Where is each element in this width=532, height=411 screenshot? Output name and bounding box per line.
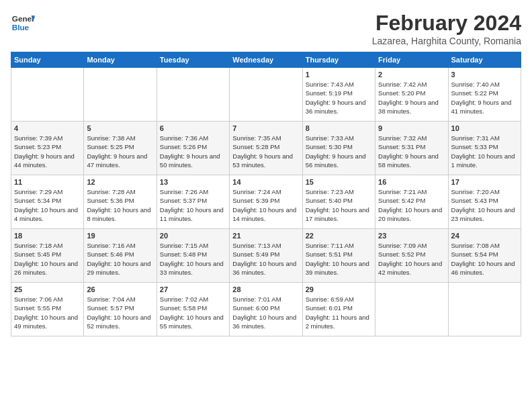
day-detail: Sunrise: 7:11 AM Sunset: 5:51 PM Dayligh… (306, 241, 372, 277)
calendar-day-cell: 17Sunrise: 7:20 AM Sunset: 5:43 PM Dayli… (448, 175, 521, 229)
calendar-header: SundayMondayTuesdayWednesdayThursdayFrid… (11, 52, 521, 68)
day-number: 11 (14, 178, 81, 186)
weekday-header-saturday: Saturday (448, 52, 521, 68)
calendar-day-cell: 6Sunrise: 7:36 AM Sunset: 5:26 PM Daylig… (157, 122, 229, 175)
day-number: 5 (87, 124, 153, 132)
day-number: 27 (160, 285, 226, 293)
day-detail: Sunrise: 7:28 AM Sunset: 5:36 PM Dayligh… (87, 187, 153, 223)
title-section: February 2024 Lazarea, Harghita County, … (372, 11, 521, 46)
day-detail: Sunrise: 7:15 AM Sunset: 5:48 PM Dayligh… (160, 241, 226, 277)
day-detail: Sunrise: 7:21 AM Sunset: 5:42 PM Dayligh… (378, 187, 445, 223)
weekday-header-thursday: Thursday (302, 52, 375, 68)
calendar-day-cell: 7Sunrise: 7:35 AM Sunset: 5:28 PM Daylig… (230, 122, 302, 175)
day-detail: Sunrise: 7:33 AM Sunset: 5:30 PM Dayligh… (306, 134, 372, 169)
day-detail: Sunrise: 7:42 AM Sunset: 5:20 PM Dayligh… (378, 80, 445, 116)
day-detail: Sunrise: 7:39 AM Sunset: 5:23 PM Dayligh… (14, 134, 81, 169)
day-detail: Sunrise: 7:06 AM Sunset: 5:55 PM Dayligh… (14, 295, 81, 330)
calendar-day-cell: 24Sunrise: 7:08 AM Sunset: 5:54 PM Dayli… (448, 229, 521, 283)
day-number: 2 (378, 71, 445, 79)
day-number: 25 (14, 285, 81, 293)
day-detail: Sunrise: 7:36 AM Sunset: 5:26 PM Dayligh… (160, 134, 226, 169)
calendar-day-cell: 8Sunrise: 7:33 AM Sunset: 5:30 PM Daylig… (302, 122, 375, 175)
day-number: 9 (378, 124, 445, 132)
day-number: 3 (451, 71, 518, 79)
day-number: 20 (160, 232, 226, 240)
calendar-day-cell: 12Sunrise: 7:28 AM Sunset: 5:36 PM Dayli… (84, 175, 157, 229)
day-detail: Sunrise: 7:29 AM Sunset: 5:34 PM Dayligh… (14, 187, 81, 223)
calendar-day-cell: 4Sunrise: 7:39 AM Sunset: 5:23 PM Daylig… (11, 122, 84, 175)
day-number: 13 (160, 178, 226, 186)
day-number: 16 (378, 178, 445, 186)
day-detail: Sunrise: 7:18 AM Sunset: 5:45 PM Dayligh… (14, 241, 81, 277)
calendar-day-cell: 27Sunrise: 7:02 AM Sunset: 5:58 PM Dayli… (157, 283, 229, 336)
calendar-day-cell (230, 68, 302, 122)
calendar-day-cell: 2Sunrise: 7:42 AM Sunset: 5:20 PM Daylig… (375, 68, 448, 122)
calendar-day-cell: 18Sunrise: 7:18 AM Sunset: 5:45 PM Dayli… (11, 229, 84, 283)
calendar-day-cell: 29Sunrise: 6:59 AM Sunset: 6:01 PM Dayli… (302, 283, 375, 336)
weekday-header-wednesday: Wednesday (230, 52, 302, 68)
calendar-day-cell: 26Sunrise: 7:04 AM Sunset: 5:57 PM Dayli… (84, 283, 157, 336)
day-detail: Sunrise: 6:59 AM Sunset: 6:01 PM Dayligh… (306, 295, 372, 330)
calendar-day-cell: 3Sunrise: 7:40 AM Sunset: 5:22 PM Daylig… (448, 68, 521, 122)
calendar-day-cell: 5Sunrise: 7:38 AM Sunset: 5:25 PM Daylig… (84, 122, 157, 175)
day-number: 4 (14, 124, 81, 132)
weekday-header-row: SundayMondayTuesdayWednesdayThursdayFrid… (11, 52, 521, 68)
day-detail: Sunrise: 7:04 AM Sunset: 5:57 PM Dayligh… (87, 295, 153, 330)
day-number: 8 (306, 124, 372, 132)
calendar-day-cell: 14Sunrise: 7:24 AM Sunset: 5:39 PM Dayli… (230, 175, 302, 229)
svg-text:General: General (12, 14, 35, 23)
day-number: 10 (451, 124, 518, 132)
calendar-day-cell: 11Sunrise: 7:29 AM Sunset: 5:34 PM Dayli… (11, 175, 84, 229)
day-detail: Sunrise: 7:01 AM Sunset: 6:00 PM Dayligh… (232, 295, 299, 330)
calendar-table: SundayMondayTuesdayWednesdayThursdayFrid… (11, 52, 521, 336)
weekday-header-tuesday: Tuesday (157, 52, 229, 68)
day-number: 22 (306, 232, 372, 240)
calendar-day-cell: 13Sunrise: 7:26 AM Sunset: 5:37 PM Dayli… (157, 175, 229, 229)
day-detail: Sunrise: 7:31 AM Sunset: 5:33 PM Dayligh… (451, 134, 518, 169)
logo: General Blue (11, 11, 35, 35)
day-detail: Sunrise: 7:40 AM Sunset: 5:22 PM Dayligh… (451, 80, 518, 116)
weekday-header-friday: Friday (375, 52, 448, 68)
day-number: 7 (232, 124, 299, 132)
calendar-day-cell (84, 68, 157, 122)
calendar-week-row: 11Sunrise: 7:29 AM Sunset: 5:34 PM Dayli… (11, 175, 521, 229)
calendar-week-row: 4Sunrise: 7:39 AM Sunset: 5:23 PM Daylig… (11, 122, 521, 175)
calendar-day-cell: 22Sunrise: 7:11 AM Sunset: 5:51 PM Dayli… (302, 229, 375, 283)
day-detail: Sunrise: 7:13 AM Sunset: 5:49 PM Dayligh… (232, 241, 299, 277)
day-number: 1 (306, 71, 372, 79)
calendar-day-cell: 20Sunrise: 7:15 AM Sunset: 5:48 PM Dayli… (157, 229, 229, 283)
day-detail: Sunrise: 7:26 AM Sunset: 5:37 PM Dayligh… (160, 187, 226, 223)
calendar-week-row: 1Sunrise: 7:43 AM Sunset: 5:19 PM Daylig… (11, 68, 521, 122)
weekday-header-monday: Monday (84, 52, 157, 68)
day-number: 28 (232, 285, 299, 293)
day-number: 26 (87, 285, 153, 293)
month-title: February 2024 (372, 11, 521, 36)
calendar-day-cell: 16Sunrise: 7:21 AM Sunset: 5:42 PM Dayli… (375, 175, 448, 229)
calendar-day-cell: 1Sunrise: 7:43 AM Sunset: 5:19 PM Daylig… (302, 68, 375, 122)
day-number: 12 (87, 178, 153, 186)
day-detail: Sunrise: 7:35 AM Sunset: 5:28 PM Dayligh… (232, 134, 299, 169)
svg-text:Blue: Blue (12, 23, 30, 32)
calendar-day-cell: 25Sunrise: 7:06 AM Sunset: 5:55 PM Dayli… (11, 283, 84, 336)
calendar-day-cell (448, 283, 521, 336)
day-detail: Sunrise: 7:20 AM Sunset: 5:43 PM Dayligh… (451, 187, 518, 223)
day-number: 29 (306, 285, 372, 293)
weekday-header-sunday: Sunday (11, 52, 84, 68)
calendar-day-cell: 28Sunrise: 7:01 AM Sunset: 6:00 PM Dayli… (230, 283, 302, 336)
calendar-day-cell: 19Sunrise: 7:16 AM Sunset: 5:46 PM Dayli… (84, 229, 157, 283)
day-number: 19 (87, 232, 153, 240)
calendar-day-cell: 15Sunrise: 7:23 AM Sunset: 5:40 PM Dayli… (302, 175, 375, 229)
logo-icon: General Blue (11, 11, 35, 35)
calendar-week-row: 25Sunrise: 7:06 AM Sunset: 5:55 PM Dayli… (11, 283, 521, 336)
day-detail: Sunrise: 7:43 AM Sunset: 5:19 PM Dayligh… (306, 80, 372, 116)
calendar-week-row: 18Sunrise: 7:18 AM Sunset: 5:45 PM Dayli… (11, 229, 521, 283)
day-detail: Sunrise: 7:23 AM Sunset: 5:40 PM Dayligh… (306, 187, 372, 223)
day-detail: Sunrise: 7:38 AM Sunset: 5:25 PM Dayligh… (87, 134, 153, 169)
calendar-day-cell: 21Sunrise: 7:13 AM Sunset: 5:49 PM Dayli… (230, 229, 302, 283)
page-header: General Blue February 2024 Lazarea, Harg… (11, 11, 521, 46)
day-detail: Sunrise: 7:08 AM Sunset: 5:54 PM Dayligh… (451, 241, 518, 277)
day-number: 23 (378, 232, 445, 240)
day-number: 14 (232, 178, 299, 186)
day-number: 21 (232, 232, 299, 240)
calendar-day-cell: 23Sunrise: 7:09 AM Sunset: 5:52 PM Dayli… (375, 229, 448, 283)
